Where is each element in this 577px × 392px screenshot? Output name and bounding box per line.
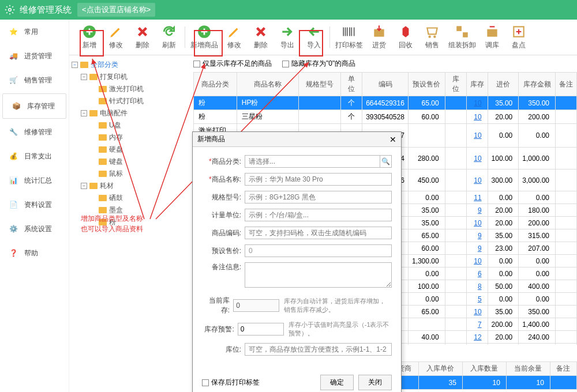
- count-icon: [511, 24, 526, 39]
- pencil-icon: [227, 24, 242, 39]
- svg-point-5: [433, 36, 436, 38]
- collapse-icon[interactable]: −: [81, 74, 87, 80]
- warn-input[interactable]: [238, 323, 284, 336]
- column-header[interactable]: 库位: [445, 73, 466, 96]
- column-header[interactable]: 备注: [550, 362, 576, 376]
- app-title: 维修管理系统: [20, 5, 72, 16]
- transfer-icon: [485, 24, 500, 39]
- folder-icon: [99, 159, 107, 165]
- delete2-button[interactable]: 删除: [248, 22, 274, 52]
- save-print-checkbox[interactable]: 保存后打印标签: [202, 378, 260, 387]
- column-header[interactable]: 入库数量: [462, 362, 506, 376]
- print-tag-button[interactable]: 打印标签: [332, 22, 366, 52]
- tree-node[interactable]: −电脑配件: [72, 107, 191, 119]
- shop-name-button[interactable]: <点击设置店铺名称>: [77, 3, 155, 17]
- field-label: *商品分类:: [202, 157, 241, 167]
- edit-button[interactable]: 修改: [103, 22, 129, 52]
- edit2-button[interactable]: 修改: [221, 22, 248, 52]
- folder-icon: [80, 62, 88, 68]
- tree-node[interactable]: 硬盘: [72, 144, 191, 156]
- tree-node[interactable]: 内存: [72, 131, 191, 144]
- tree-node[interactable]: 墨盒: [72, 204, 191, 216]
- category-input[interactable]: [245, 155, 380, 168]
- sidebar-item-expense[interactable]: 💰日常支出: [0, 144, 69, 168]
- column-header[interactable]: 进价: [488, 73, 519, 96]
- spec-input[interactable]: [245, 191, 392, 203]
- sidebar-item-settings[interactable]: ⚙️系统设置: [0, 217, 69, 241]
- tree-node[interactable]: −耗材: [72, 180, 191, 192]
- refresh-icon: [162, 24, 177, 39]
- remark-input[interactable]: [245, 262, 392, 288]
- tree-node[interactable]: U盘: [72, 119, 191, 131]
- column-header[interactable]: 编码: [362, 73, 409, 96]
- column-header[interactable]: 商品名称: [237, 73, 298, 96]
- folder-icon: [99, 134, 107, 141]
- folder-icon: [99, 207, 107, 213]
- folder-icon: [89, 74, 98, 80]
- collapse-icon[interactable]: −: [72, 62, 78, 68]
- refresh-button[interactable]: 刷新: [156, 22, 182, 52]
- hide-zero-checkbox[interactable]: 隐藏库存为"0"的商品: [282, 59, 355, 69]
- search-icon[interactable]: 🔍: [380, 155, 392, 168]
- sidebar-item-common[interactable]: ⭐常用: [0, 20, 69, 44]
- unit-input[interactable]: [245, 209, 392, 221]
- add-product-button[interactable]: 新增商品: [188, 22, 221, 52]
- import-button[interactable]: 导入: [301, 22, 327, 52]
- column-header[interactable]: 备注: [555, 73, 576, 96]
- sidebar-item-sales[interactable]: 🛒销售管理: [0, 68, 69, 92]
- tree-node[interactable]: 针式打印机: [72, 95, 191, 107]
- export-icon: [280, 24, 295, 39]
- field-label: 库位:: [202, 345, 241, 355]
- name-input[interactable]: [245, 173, 392, 186]
- settings-icon: ⚙️: [7, 223, 20, 235]
- export-button[interactable]: 导出: [274, 22, 301, 52]
- barcode-icon: [342, 24, 357, 39]
- dialog-header[interactable]: 新增商品 ✕: [193, 132, 401, 147]
- column-header[interactable]: 商品分类: [194, 73, 237, 96]
- price-input[interactable]: [245, 244, 392, 257]
- sidebar-item-data[interactable]: 📄资料设置: [0, 193, 69, 217]
- column-header[interactable]: 入库单价: [418, 362, 462, 376]
- count-button[interactable]: 盘点: [505, 22, 532, 52]
- location-input[interactable]: [245, 343, 392, 356]
- sell-button[interactable]: 销售: [419, 22, 445, 52]
- only-low-checkbox[interactable]: 仅显示库存不足的商品: [193, 59, 272, 69]
- column-header[interactable]: 规格型号: [299, 73, 341, 96]
- column-header[interactable]: 当前余量: [506, 362, 550, 376]
- column-header[interactable]: 预设售价: [408, 73, 445, 96]
- sidebar-item-repair[interactable]: 🔧维修管理: [0, 120, 69, 144]
- tree-node[interactable]: 键盘: [72, 156, 191, 168]
- add-button[interactable]: 新增: [76, 22, 103, 52]
- table-row[interactable]: 粉HP粉个664452931665.001035.00350.00: [194, 96, 577, 110]
- sidebar-item-stats[interactable]: 📊统计汇总: [0, 168, 69, 193]
- column-header[interactable]: 库存金额: [519, 73, 556, 96]
- column-header[interactable]: 库存: [466, 73, 488, 96]
- tree-node[interactable]: 激光打印机: [72, 83, 191, 95]
- column-header[interactable]: 单位: [341, 73, 362, 96]
- assemble-button[interactable]: 组装拆卸: [445, 22, 479, 52]
- delete-button[interactable]: 删除: [129, 22, 156, 52]
- close-icon[interactable]: ✕: [389, 135, 396, 144]
- collapse-icon[interactable]: −: [81, 110, 87, 116]
- stockin-button[interactable]: 进货: [366, 22, 392, 52]
- transfer-button[interactable]: 调库: [479, 22, 505, 52]
- pencil-icon: [108, 24, 123, 39]
- tree-root[interactable]: −全部分类: [72, 59, 191, 71]
- cancel-button[interactable]: 关闭: [358, 375, 392, 390]
- code-input[interactable]: [245, 227, 392, 239]
- stock-input[interactable]: [233, 299, 279, 312]
- collapse-icon[interactable]: −: [81, 183, 87, 189]
- folder-icon: [99, 98, 107, 104]
- tree-node[interactable]: 硒鼓: [72, 192, 191, 204]
- sidebar-item-purchase[interactable]: 🚚进货管理: [0, 44, 69, 68]
- tree-node[interactable]: 鼠标: [72, 168, 191, 180]
- tree-node[interactable]: −打复印机: [72, 71, 191, 83]
- import-icon: [306, 24, 321, 39]
- sidebar-item-inventory[interactable]: 📦库存管理: [2, 93, 66, 119]
- recycle-button[interactable]: 回收: [392, 22, 419, 52]
- ok-button[interactable]: 确定: [320, 375, 354, 390]
- table-row[interactable]: 粉三星粉个393054052860.001020.00200.00: [194, 110, 577, 124]
- sidebar-item-help[interactable]: ❓帮助: [0, 241, 69, 265]
- tree-node[interactable]: 粉: [72, 216, 191, 228]
- chart-icon: 📊: [7, 174, 20, 187]
